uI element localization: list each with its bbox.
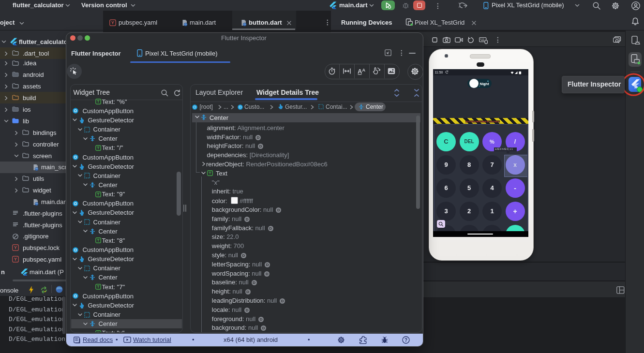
svg-text:?: ? xyxy=(404,338,407,343)
svg-text:A: A xyxy=(358,68,362,75)
svg-text:Y: Y xyxy=(111,20,114,25)
svg-text:Y: Y xyxy=(14,245,17,250)
svg-text:A: A xyxy=(362,68,366,73)
svg-text:Y: Y xyxy=(14,257,17,262)
